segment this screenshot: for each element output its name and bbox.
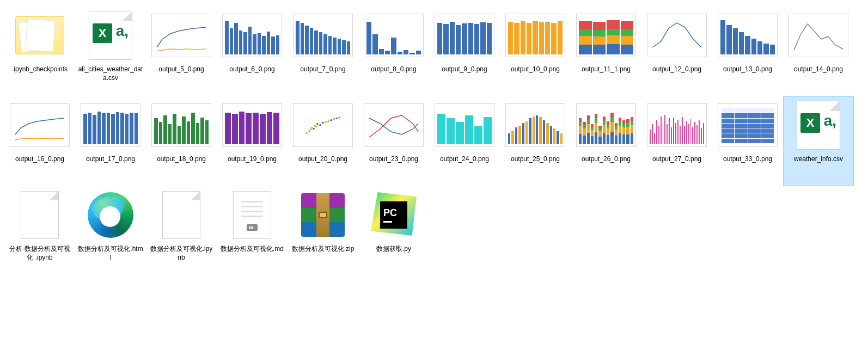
- chart-thumbnail: [151, 14, 211, 57]
- file-item[interactable]: output_6_0.png: [217, 7, 288, 96]
- file-thumbnail: [435, 9, 494, 62]
- file-thumbnail: [293, 189, 353, 241]
- file-item[interactable]: output_26_0.png: [571, 96, 641, 186]
- file-name-label: output_13_0.png: [723, 65, 772, 73]
- file-thumbnail: [788, 9, 848, 62]
- file-name-label: output_27_0.png: [652, 155, 701, 163]
- file-item[interactable]: output_8_0.png: [358, 7, 429, 96]
- winrar-icon: [301, 193, 345, 237]
- file-item[interactable]: output_33_0.png: [712, 96, 783, 186]
- file-item[interactable]: output_10_0.png: [500, 7, 571, 96]
- excel-x-badge: X: [93, 23, 112, 43]
- file-item[interactable]: output_14_0.png: [783, 7, 854, 96]
- file-name-label: output_14_0.png: [794, 65, 843, 73]
- file-name-label: output_33_0.png: [723, 155, 772, 163]
- file-thumbnail: Xa,: [81, 9, 140, 62]
- file-thumbnail: [10, 9, 70, 62]
- file-item[interactable]: output_13_0.png: [712, 7, 783, 96]
- file-name-label: output_12_0.png: [652, 65, 701, 73]
- file-item[interactable]: 数据分析及可视化.zip: [288, 186, 358, 276]
- file-name-label: all_cities_weather_data.csv: [78, 65, 143, 82]
- file-item[interactable]: Xa,all_cities_weather_data.csv: [75, 7, 146, 96]
- pycharm-icon: PC: [371, 192, 417, 238]
- chart-thumbnail: [151, 103, 211, 147]
- chart-thumbnail: [505, 14, 565, 57]
- file-thumbnail: M↓: [222, 189, 282, 241]
- file-item[interactable]: output_20_0.png: [288, 96, 358, 186]
- file-item[interactable]: output_9_0.png: [429, 7, 500, 96]
- file-name-label: output_19_0.png: [228, 155, 277, 163]
- chart-thumbnail: [647, 103, 707, 147]
- chart-thumbnail: [435, 103, 494, 147]
- file-thumbnail: [435, 99, 494, 151]
- file-item[interactable]: Xa,weather_info.csv: [783, 96, 854, 186]
- file-name-label: output_9_0.png: [442, 65, 487, 73]
- file-item[interactable]: output_17_0.png: [75, 96, 146, 186]
- excel-a-text: a,: [824, 112, 836, 130]
- file-item[interactable]: output_25_0.png: [500, 96, 571, 186]
- file-name-label: output_16_0.png: [15, 155, 64, 163]
- file-name-label: output_5_0.png: [158, 65, 204, 73]
- chart-thumbnail: [718, 103, 778, 147]
- file-name-label: output_25_0.png: [511, 155, 560, 163]
- file-thumbnail: [81, 99, 140, 151]
- file-name-label: output_23_0.png: [369, 155, 418, 163]
- folder-icon: [15, 16, 64, 54]
- excel-csv-icon: Xa,: [89, 11, 132, 60]
- file-thumbnail: [10, 189, 70, 241]
- file-name-label: 数据分析及可视化.zip: [292, 244, 354, 253]
- file-item[interactable]: output_7_0.png: [288, 7, 358, 96]
- file-item[interactable]: output_5_0.png: [146, 7, 217, 96]
- file-item[interactable]: output_24_0.png: [429, 96, 500, 186]
- file-item[interactable]: 分析-数据分析及可视化 .ipynb: [4, 186, 75, 276]
- file-item[interactable]: M↓数据分析及可视化.md: [217, 186, 288, 276]
- file-name-label: 分析-数据分析及可视化 .ipynb: [7, 244, 72, 262]
- chart-thumbnail: [576, 14, 636, 57]
- file-item[interactable]: 数据分析及可视化.html: [75, 186, 146, 276]
- file-item[interactable]: output_23_0.png: [358, 96, 429, 186]
- file-item[interactable]: output_12_0.png: [641, 7, 712, 96]
- file-name-label: weather_info.csv: [794, 155, 843, 163]
- chart-thumbnail: [435, 14, 494, 57]
- markdown-file-icon: M↓: [233, 191, 271, 239]
- chart-thumbnail: [505, 103, 565, 147]
- chart-thumbnail: [222, 103, 282, 147]
- file-thumbnail: [364, 99, 424, 151]
- file-thumbnail: [576, 99, 636, 151]
- file-thumbnail: [10, 99, 70, 151]
- file-item[interactable]: 数据分析及可视化.ipynb: [146, 186, 217, 276]
- file-thumbnail: [222, 99, 282, 151]
- file-item[interactable]: .ipynb_checkpoints: [4, 7, 75, 96]
- file-name-label: output_6_0.png: [229, 65, 274, 73]
- file-item[interactable]: output_19_0.png: [217, 96, 288, 186]
- file-thumbnail: [647, 99, 707, 151]
- file-name-label: 数据获取.py: [376, 244, 411, 253]
- file-item[interactable]: output_16_0.png: [4, 96, 75, 186]
- file-name-label: output_11_1.png: [582, 65, 631, 73]
- file-name-label: output_26_0.png: [582, 155, 631, 163]
- chart-thumbnail: [222, 14, 282, 57]
- file-name-label: 数据分析及可视化.md: [221, 244, 284, 253]
- generic-file-icon: [21, 191, 59, 239]
- file-name-label: output_24_0.png: [440, 155, 489, 163]
- file-item[interactable]: output_27_0.png: [641, 96, 712, 186]
- file-name-label: output_10_0.png: [511, 65, 560, 73]
- file-item[interactable]: output_18_0.png: [146, 96, 217, 186]
- file-thumbnail: [293, 9, 353, 62]
- excel-x-badge: X: [800, 113, 820, 133]
- file-name-label: output_8_0.png: [371, 65, 416, 73]
- chart-thumbnail: [293, 14, 353, 57]
- chart-thumbnail: [788, 14, 848, 57]
- file-thumbnail: [505, 99, 565, 151]
- file-thumbnail: [293, 99, 353, 151]
- file-name-label: .ipynb_checkpoints: [12, 65, 68, 73]
- generic-file-icon: [162, 191, 200, 239]
- file-item[interactable]: output_11_1.png: [571, 7, 641, 96]
- file-name-label: output_7_0.png: [300, 65, 345, 73]
- file-item[interactable]: PC数据获取.py: [358, 186, 429, 276]
- edge-browser-icon: [88, 192, 133, 238]
- file-thumbnail: [151, 9, 211, 62]
- file-thumbnail: [222, 9, 282, 62]
- chart-thumbnail: [576, 103, 636, 147]
- file-name-label: 数据分析及可视化.ipynb: [149, 244, 214, 262]
